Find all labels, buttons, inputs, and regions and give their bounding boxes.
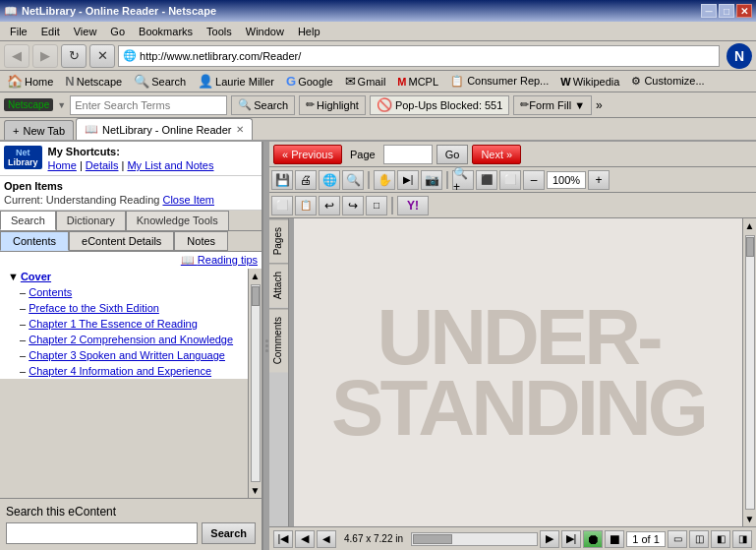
- scroll-down-arrow[interactable]: ▼: [249, 483, 262, 498]
- new-tab-button[interactable]: + New Tab: [4, 120, 74, 140]
- scroll-track[interactable]: [251, 284, 261, 482]
- menu-help[interactable]: Help: [292, 24, 326, 39]
- vscroll-down[interactable]: ▼: [743, 512, 756, 526]
- book-vscroll[interactable]: ▲ ▼: [742, 218, 756, 526]
- nav-stop-button[interactable]: ⏹: [605, 530, 624, 548]
- bookmark-mcpl[interactable]: M MCPL: [394, 75, 441, 89]
- highlight-button[interactable]: ✏ Highlight: [299, 95, 366, 115]
- menu-tools[interactable]: Tools: [201, 24, 238, 39]
- back-button[interactable]: ◀: [4, 44, 29, 68]
- menu-file[interactable]: File: [4, 24, 33, 39]
- side-tab-pages[interactable]: Pages: [269, 218, 288, 263]
- save-button[interactable]: 💾: [271, 170, 293, 190]
- shortcut-mylist[interactable]: My List and Notes: [127, 159, 213, 171]
- web-button[interactable]: 🌐: [319, 170, 340, 190]
- menu-go[interactable]: Go: [104, 24, 131, 39]
- side-tab-attach[interactable]: Attach: [269, 263, 288, 307]
- contents-item-preface[interactable]: – Preface to the Sixth Edition: [0, 300, 262, 316]
- zoom-plus-button[interactable]: +: [588, 170, 610, 190]
- nav-play-button[interactable]: ⏺: [583, 530, 603, 548]
- zoom-out-button[interactable]: –: [523, 170, 545, 190]
- binoculars-button[interactable]: 🔍: [342, 170, 364, 190]
- contents-item-contents[interactable]: – Contents: [0, 284, 262, 300]
- close-item-link[interactable]: Close Item: [162, 194, 214, 206]
- bookmark-netscape[interactable]: N Netscape: [62, 73, 125, 90]
- tab-dictionary[interactable]: Dictionary: [56, 211, 126, 230]
- view-btn3[interactable]: ◧: [711, 530, 730, 548]
- close-button[interactable]: ✕: [736, 4, 752, 18]
- menu-bookmarks[interactable]: Bookmarks: [133, 24, 199, 39]
- hscroll-thumb[interactable]: [413, 534, 452, 544]
- nav-profile-icon[interactable]: N: [727, 43, 752, 69]
- zoom-in-button[interactable]: 🔍+: [452, 170, 474, 190]
- ch1-link[interactable]: Chapter 1 The Essence of Reading: [29, 318, 198, 330]
- maximize-button[interactable]: □: [719, 4, 734, 18]
- vscroll-track[interactable]: [745, 235, 755, 510]
- hand-tool-button[interactable]: ✋: [374, 170, 395, 190]
- zoom-frame-button[interactable]: ⬛: [476, 170, 497, 190]
- reading-tips-link[interactable]: 📖 Reading tips: [181, 254, 258, 266]
- bookmark-customize[interactable]: ⚙ Customize...: [628, 74, 707, 89]
- page-input[interactable]: [383, 145, 433, 164]
- bookmark-home[interactable]: 🏠 Home: [4, 73, 56, 90]
- view-btn4[interactable]: ◨: [732, 530, 752, 548]
- print-button[interactable]: 🖨: [295, 170, 317, 190]
- vscroll-thumb[interactable]: [746, 237, 754, 257]
- popup-blocked[interactable]: 🚫 Pop-Ups Blocked: 551: [370, 95, 510, 115]
- minimize-button[interactable]: ─: [701, 4, 717, 18]
- next-button[interactable]: Next »: [472, 145, 521, 164]
- nav-prev-button[interactable]: ◀: [295, 530, 315, 548]
- toolbar2-redo[interactable]: ↪: [342, 196, 364, 215]
- horizontal-scrollbar[interactable]: [411, 532, 538, 546]
- cover-link[interactable]: Cover: [21, 271, 51, 282]
- address-input[interactable]: [140, 50, 715, 62]
- preface-link[interactable]: Preface to the Sixth Edition: [29, 302, 159, 314]
- ch4-link[interactable]: Chapter 4 Information and Experience: [29, 365, 211, 377]
- toolbar2-btn1[interactable]: ⬜: [271, 196, 293, 215]
- bookmark-consumer[interactable]: 📋 Consumer Rep...: [447, 74, 552, 89]
- address-bar[interactable]: 🌐: [118, 45, 720, 67]
- subtab-econtent[interactable]: eContent Details: [69, 231, 174, 251]
- contents-item-ch4[interactable]: – Chapter 4 Information and Experience: [0, 363, 262, 379]
- go-button[interactable]: Go: [436, 145, 469, 164]
- yahoo-button[interactable]: Y!: [397, 196, 429, 215]
- toolbar-extend[interactable]: »: [596, 98, 603, 112]
- contents-item-ch1[interactable]: – Chapter 1 The Essence of Reading: [0, 316, 262, 332]
- menu-view[interactable]: View: [68, 24, 103, 39]
- reload-button[interactable]: ↻: [61, 44, 87, 68]
- bookmark-gmail[interactable]: ✉ Gmail: [342, 73, 389, 90]
- zoom-fit-button[interactable]: ⬜: [499, 170, 521, 190]
- search-button[interactable]: 🔍 Search: [231, 95, 295, 115]
- menu-edit[interactable]: Edit: [35, 24, 66, 39]
- search-econtent-input[interactable]: [6, 522, 198, 544]
- menu-window[interactable]: Window: [240, 24, 290, 39]
- ch2-link[interactable]: Chapter 2 Comprehension and Knowledge: [29, 334, 233, 345]
- view-btn1[interactable]: ▭: [668, 530, 687, 548]
- netscape-logo[interactable]: Netscape: [4, 98, 53, 111]
- bookmark-laurie[interactable]: 👤 Laurie Miller: [195, 73, 277, 90]
- side-tab-comments[interactable]: Comments: [269, 308, 288, 372]
- select-tool-button[interactable]: ▶|: [397, 170, 419, 190]
- nav-fwd-button[interactable]: ▶: [540, 530, 559, 548]
- bookmark-google[interactable]: G Google: [283, 73, 336, 90]
- subtab-notes[interactable]: Notes: [174, 231, 228, 251]
- nav-back-button[interactable]: ◀: [317, 530, 336, 548]
- page-counter-input[interactable]: [626, 531, 666, 547]
- zoom-input[interactable]: [547, 171, 586, 189]
- search-econtent-button[interactable]: Search: [202, 522, 256, 544]
- scroll-up-arrow[interactable]: ▲: [249, 269, 262, 283]
- tab-close-icon[interactable]: ✕: [236, 124, 244, 135]
- tab-search[interactable]: Search: [0, 211, 56, 230]
- prev-button[interactable]: « Previous: [273, 145, 342, 164]
- toolbar2-btn3[interactable]: □: [366, 196, 387, 215]
- contents-item-ch3[interactable]: – Chapter 3 Spoken and Written Language: [0, 347, 262, 363]
- title-bar-controls[interactable]: ─ □ ✕: [701, 4, 752, 18]
- search-input[interactable]: [70, 95, 227, 115]
- tab-netlibrary[interactable]: 📖 NetLibrary - Online Reader ✕: [76, 118, 252, 140]
- contents-section-cover[interactable]: ▼ Cover: [0, 269, 262, 284]
- bookmark-wikipedia[interactable]: W Wikipedia: [557, 75, 622, 89]
- subtab-contents[interactable]: Contents: [0, 231, 69, 251]
- shortcut-details[interactable]: Details: [86, 159, 119, 171]
- tab-knowledge-tools[interactable]: Knowledge Tools: [126, 211, 229, 230]
- stop-button[interactable]: ✕: [89, 44, 115, 68]
